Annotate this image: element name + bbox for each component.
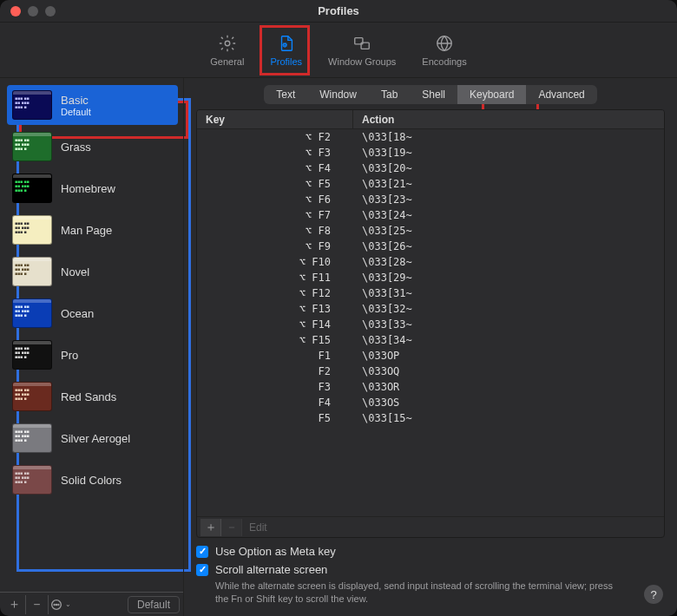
table-row[interactable]: ⌥ F6\033[23~ — [197, 192, 664, 207]
profile-row-solid-colors[interactable]: ■■■ ■■■■ ■■■■■■ ■Solid Colors — [7, 460, 178, 500]
cell-key: ⌥ F10 — [197, 254, 353, 270]
cell-action: \033[33~ — [353, 317, 664, 332]
profile-settings-panel: TextWindowTabShellKeyboardAdvanced Key A… — [184, 78, 677, 616]
table-row[interactable]: ⌥ F11\033[29~ — [197, 270, 664, 285]
column-header-key[interactable]: Key — [197, 110, 353, 128]
toolbar-window-groups[interactable]: Window Groups — [321, 29, 403, 70]
profile-name: Solid Colors — [61, 474, 122, 487]
cell-key: ⌥ F14 — [197, 317, 353, 332]
cell-key: ⌥ F3 — [197, 145, 353, 161]
cell-key: ⌥ F13 — [197, 301, 353, 317]
svg-point-7 — [56, 604, 56, 605]
scroll-alternate-checkbox[interactable]: ✓ — [196, 564, 208, 576]
cell-key: F4 — [197, 395, 353, 410]
cell-action: \033OP — [353, 348, 664, 364]
seg-keyboard[interactable]: Keyboard — [457, 85, 526, 104]
option-as-meta-checkbox[interactable]: ✓ — [196, 546, 208, 558]
profile-row-novel[interactable]: ■■■ ■■■■ ■■■■■■ ■Novel — [7, 252, 178, 292]
profile-thumbnail: ■■■ ■■■■ ■■■■■■ ■ — [12, 465, 52, 495]
cell-action: \033[20~ — [353, 161, 664, 176]
cell-key: ⌥ F12 — [197, 285, 353, 301]
option-as-meta-label: Use Option as Meta key — [215, 545, 336, 558]
toolbar-encodings[interactable]: Encodings — [415, 29, 473, 70]
table-row[interactable]: ⌥ F9\033[26~ — [197, 239, 664, 254]
table-row[interactable]: F1\033OP — [197, 348, 664, 364]
cell-action: \033[25~ — [353, 223, 664, 239]
profile-row-ocean[interactable]: ■■■ ■■■■ ■■■■■■ ■Ocean — [7, 293, 178, 333]
profile-thumbnail: ■■■ ■■■■ ■■■■■■ ■ — [12, 382, 52, 411]
cell-key: ⌥ F6 — [197, 192, 353, 207]
table-row[interactable]: ⌥ F12\033[31~ — [197, 285, 664, 301]
cell-action: \033[24~ — [353, 207, 664, 223]
svg-point-6 — [54, 604, 55, 605]
profile-thumbnail: ■■■ ■■■■ ■■■■■■ ■ — [12, 298, 52, 328]
toolbar-general[interactable]: General — [203, 29, 251, 70]
table-row[interactable]: ⌥ F2\033[18~ — [197, 129, 664, 145]
profile-row-basic[interactable]: ■■■ ■■■■ ■■■■■■ ■BasicDefault — [7, 85, 178, 125]
table-row[interactable]: ⌥ F5\033[21~ — [197, 176, 664, 192]
seg-window[interactable]: Window — [307, 85, 369, 104]
profile-row-pro[interactable]: ■■■ ■■■■ ■■■■■■ ■Pro — [7, 335, 178, 375]
toolbar-profiles[interactable]: Profiles — [263, 29, 309, 70]
preferences-window: Profiles General Profiles Window Groups — [0, 0, 677, 616]
scroll-alternate-label: Scroll alternate screen — [215, 563, 327, 576]
cell-key: F3 — [197, 379, 353, 395]
profiles-list[interactable]: ■■■ ■■■■ ■■■■■■ ■BasicDefault■■■ ■■■■ ■■… — [7, 85, 178, 592]
table-body[interactable]: ⌥ F2\033[18~⌥ F3\033[19~⌥ F4\033[20~⌥ F5… — [197, 129, 664, 516]
remove-binding-button: － — [221, 519, 242, 536]
seg-text[interactable]: Text — [264, 85, 307, 104]
table-row[interactable]: F3\033OR — [197, 379, 664, 395]
table-row[interactable]: F5\033[15~ — [197, 410, 664, 426]
profile-row-homebrew[interactable]: ■■■ ■■■■ ■■■■■■ ■Homebrew — [7, 168, 178, 208]
window-title: Profiles — [0, 4, 677, 17]
profile-row-grass[interactable]: ■■■ ■■■■ ■■■■■■ ■Grass — [7, 127, 178, 167]
seg-shell[interactable]: Shell — [410, 85, 457, 104]
table-row[interactable]: ⌥ F15\033[34~ — [197, 332, 664, 348]
cell-action: \033[19~ — [353, 145, 664, 161]
profile-name: Grass — [61, 141, 91, 154]
table-row[interactable]: ⌥ F14\033[33~ — [197, 317, 664, 332]
globe-icon — [434, 33, 455, 54]
table-row[interactable]: ⌥ F7\033[24~ — [197, 207, 664, 223]
profile-row-silver-aerogel[interactable]: ■■■ ■■■■ ■■■■■■ ■Silver Aerogel — [7, 418, 178, 458]
seg-tab[interactable]: Tab — [369, 85, 410, 104]
cell-action: \033OS — [353, 395, 664, 410]
sidebar-footer: ＋ － ⌄ Default — [0, 592, 183, 616]
profile-name: Homebrew — [61, 182, 115, 195]
table-row[interactable]: F2\033OQ — [197, 364, 664, 379]
cell-key: ⌥ F9 — [197, 239, 353, 254]
table-row[interactable]: ⌥ F3\033[19~ — [197, 145, 664, 161]
remove-profile-button[interactable]: － — [26, 595, 49, 614]
cell-key: F2 — [197, 364, 353, 379]
add-binding-button[interactable]: ＋ — [200, 519, 221, 536]
table-row[interactable]: ⌥ F8\033[25~ — [197, 223, 664, 239]
table-row[interactable]: ⌥ F4\033[20~ — [197, 161, 664, 176]
seg-advanced[interactable]: Advanced — [526, 85, 596, 104]
table-row[interactable]: ⌥ F13\033[32~ — [197, 301, 664, 317]
profile-thumbnail: ■■■ ■■■■ ■■■■■■ ■ — [12, 257, 52, 286]
make-default-button[interactable]: Default — [128, 596, 180, 613]
profile-thumbnail: ■■■ ■■■■ ■■■■■■ ■ — [12, 423, 52, 453]
help-button[interactable]: ? — [644, 585, 663, 604]
table-row[interactable]: ⌥ F10\033[28~ — [197, 254, 664, 270]
profile-row-red-sands[interactable]: ■■■ ■■■■ ■■■■■■ ■Red Sands — [7, 377, 178, 416]
profile-thumbnail: ■■■ ■■■■ ■■■■■■ ■ — [12, 340, 52, 370]
profile-thumbnail: ■■■ ■■■■ ■■■■■■ ■ — [12, 90, 52, 120]
column-header-action[interactable]: Action — [353, 110, 664, 128]
profile-thumbnail: ■■■ ■■■■ ■■■■■■ ■ — [12, 215, 52, 245]
cell-action: \033[18~ — [353, 129, 664, 145]
cell-key: ⌥ F11 — [197, 270, 353, 285]
profile-row-man-page[interactable]: ■■■ ■■■■ ■■■■■■ ■Man Page — [7, 210, 178, 250]
profile-name: Novel — [61, 265, 89, 279]
add-profile-button[interactable]: ＋ — [3, 595, 26, 614]
toolbar-label: General — [210, 56, 244, 67]
table-footer: ＋ － Edit — [197, 516, 664, 537]
table-header: Key Action — [197, 110, 664, 129]
table-row[interactable]: F4\033OS — [197, 395, 664, 410]
scroll-alternate-note: While the alternate screen is displayed,… — [215, 580, 623, 606]
content-body: ■■■ ■■■■ ■■■■■■ ■BasicDefault■■■ ■■■■ ■■… — [0, 78, 677, 616]
profile-actions-menu[interactable]: ⌄ — [49, 595, 71, 614]
cell-key: ⌥ F4 — [197, 161, 353, 176]
gear-icon — [217, 33, 238, 54]
cell-action: \033[21~ — [353, 176, 664, 192]
